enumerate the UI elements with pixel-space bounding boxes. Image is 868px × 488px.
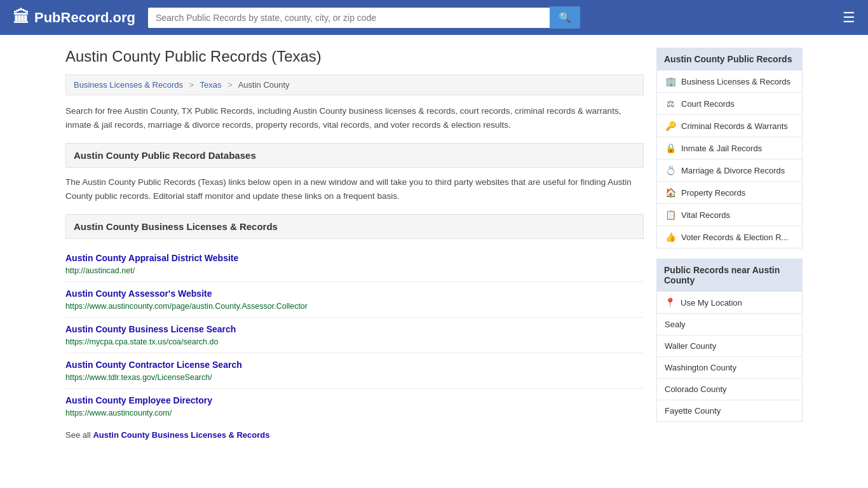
list-item: 📍 Use My Location (657, 292, 802, 313)
main-container: Austin County Public Records (Texas) Bus… (53, 35, 815, 452)
sidebar-item-label: Business Licenses & Records (681, 77, 790, 86)
sidebar-public-records-section: Austin County Public Records 🏢 Business … (656, 48, 803, 248)
sidebar-item-criminal[interactable]: 🔑 Criminal Records & Warrants (657, 115, 802, 137)
record-link-assessor-title[interactable]: Austin County Assessor's Website (65, 288, 644, 299)
inmate-icon: 🔒 (665, 143, 676, 153)
sidebar-public-records-header: Austin County Public Records (656, 48, 803, 71)
nearby-places-list: Sealy Waller County Washington County Co… (656, 314, 803, 422)
record-link-employee-url[interactable]: https://www.austincounty.com/ (65, 409, 172, 417)
record-link-contractor-title[interactable]: Austin County Contractor License Search (65, 360, 644, 370)
biz-section-header: Austin County Business Licenses & Record… (65, 214, 644, 239)
voter-icon: 👍 (665, 232, 676, 242)
list-item: 🔑 Criminal Records & Warrants (657, 115, 802, 137)
sidebar-item-label: Court Records (681, 99, 735, 109)
see-all-text: See all Austin County Business Licenses … (65, 430, 644, 440)
record-link-bizlicense-title[interactable]: Austin County Business License Search (65, 324, 644, 334)
list-item: 💍 Marriage & Divorce Records (657, 159, 802, 182)
record-links-list: Austin County Appraisal District Website… (65, 247, 644, 424)
list-item: Washington County (657, 357, 802, 379)
db-section-header: Austin County Public Record Databases (65, 143, 644, 168)
list-item: Sealy (657, 314, 802, 336)
list-item: ⚖ Court Records (657, 93, 802, 115)
nearby-list: 📍 Use My Location (656, 292, 803, 314)
nearby-waller[interactable]: Waller County (657, 336, 802, 356)
record-link-item: Austin County Employee Directory https:/… (65, 389, 644, 424)
sidebar-item-marriage[interactable]: 💍 Marriage & Divorce Records (657, 159, 802, 181)
location-pin-icon: 📍 (665, 297, 675, 308)
list-item: 🔒 Inmate & Jail Records (657, 137, 802, 159)
intro-text: Search for free Austin County, TX Public… (65, 104, 644, 132)
sidebar-item-inmate[interactable]: 🔒 Inmate & Jail Records (657, 137, 802, 159)
search-icon: 🔍 (559, 12, 571, 23)
see-all-link[interactable]: Austin County Business Licenses & Record… (93, 430, 269, 440)
record-link-item: Austin County Appraisal District Website… (65, 247, 644, 282)
sidebar-records-list: 🏢 Business Licenses & Records ⚖ Court Re… (656, 71, 803, 248)
sidebar-item-court[interactable]: ⚖ Court Records (657, 93, 802, 114)
list-item: Colorado County (657, 379, 802, 400)
record-link-item: Austin County Contractor License Search … (65, 353, 644, 389)
sidebar: Austin County Public Records 🏢 Business … (656, 48, 803, 440)
search-button[interactable]: 🔍 (550, 6, 580, 29)
list-item: 👍 Voter Records & Election R... (657, 226, 802, 248)
list-item: 🏢 Business Licenses & Records (657, 71, 802, 93)
sidebar-item-label: Property Records (681, 188, 745, 198)
breadcrumb-sep-2: > (227, 80, 233, 90)
sidebar-item-label: Marriage & Divorce Records (681, 166, 785, 175)
vital-icon: 📋 (665, 210, 676, 220)
list-item: 📋 Vital Records (657, 204, 802, 226)
logo-icon: 🏛 (13, 8, 29, 27)
sidebar-item-label: Inmate & Jail Records (681, 144, 762, 153)
page-title: Austin County Public Records (Texas) (65, 48, 644, 65)
site-header: 🏛 PubRecord.org 🔍 ☰ (0, 0, 868, 35)
nearby-header: Public Records near Austin County (656, 259, 803, 292)
sidebar-nearby-section: Public Records near Austin County 📍 Use … (656, 259, 803, 422)
record-link-assessor-url[interactable]: https://www.austincounty.com/page/austin… (65, 302, 308, 311)
breadcrumb-texas[interactable]: Texas (200, 80, 222, 90)
logo-text: PubRecord.org (34, 10, 135, 26)
criminal-icon: 🔑 (665, 121, 676, 131)
sidebar-item-business[interactable]: 🏢 Business Licenses & Records (657, 71, 802, 92)
record-link-contractor-url[interactable]: https://www.tdlr.texas.gov/LicenseSearch… (65, 373, 212, 382)
record-link-appraisal-url[interactable]: http://austincad.net/ (65, 266, 135, 275)
list-item: 🏠 Property Records (657, 182, 802, 204)
sidebar-item-label: Voter Records & Election R... (681, 233, 788, 242)
breadcrumb: Business Licenses & Records > Texas > Au… (65, 74, 644, 95)
court-icon: ⚖ (665, 98, 676, 109)
record-link-bizlicense-url[interactable]: https://mycpa.cpa.state.tx.us/coa/search… (65, 337, 218, 346)
breadcrumb-sep-1: > (189, 80, 194, 90)
use-my-location-label: Use My Location (681, 298, 742, 308)
record-link-appraisal-title[interactable]: Austin County Appraisal District Website (65, 253, 644, 263)
logo-link[interactable]: 🏛 PubRecord.org (13, 8, 135, 27)
sidebar-item-vital[interactable]: 📋 Vital Records (657, 204, 802, 226)
nearby-washington[interactable]: Washington County (657, 357, 802, 378)
property-icon: 🏠 (665, 187, 676, 198)
list-item: Waller County (657, 336, 802, 357)
nearby-colorado[interactable]: Colorado County (657, 379, 802, 400)
sidebar-item-label: Vital Records (681, 210, 730, 220)
sidebar-item-property[interactable]: 🏠 Property Records (657, 182, 802, 203)
search-input[interactable] (148, 8, 550, 28)
nearby-fayette[interactable]: Fayette County (657, 400, 802, 421)
marriage-icon: 💍 (665, 165, 676, 175)
breadcrumb-public-records[interactable]: Business Licenses & Records (74, 80, 183, 90)
nearby-sealy[interactable]: Sealy (657, 314, 802, 335)
hamburger-button[interactable]: ☰ (843, 11, 855, 25)
record-link-item: Austin County Assessor's Website https:/… (65, 282, 644, 318)
search-bar: 🔍 (148, 6, 580, 29)
record-link-employee-title[interactable]: Austin County Employee Directory (65, 395, 644, 405)
business-icon: 🏢 (665, 76, 676, 86)
db-intro-text: The Austin County Public Records (Texas)… (65, 175, 644, 203)
use-my-location-link[interactable]: 📍 Use My Location (657, 292, 802, 313)
sidebar-item-voter[interactable]: 👍 Voter Records & Election R... (657, 226, 802, 248)
sidebar-item-label: Criminal Records & Warrants (681, 121, 788, 131)
list-item: Fayette County (657, 400, 802, 421)
content-area: Austin County Public Records (Texas) Bus… (65, 48, 644, 440)
record-link-item: Austin County Business License Search ht… (65, 318, 644, 353)
breadcrumb-current: Austin County (238, 80, 290, 90)
hamburger-icon: ☰ (843, 10, 855, 25)
